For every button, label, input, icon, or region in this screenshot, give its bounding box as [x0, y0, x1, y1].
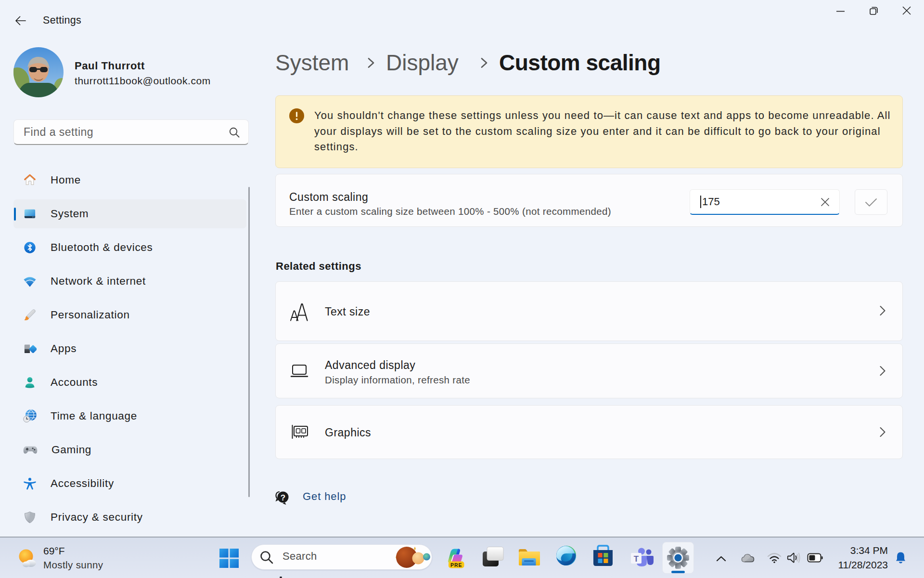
- svg-text:PRE: PRE: [450, 562, 462, 568]
- svg-text:?: ?: [281, 493, 285, 502]
- svg-text:T: T: [634, 554, 639, 564]
